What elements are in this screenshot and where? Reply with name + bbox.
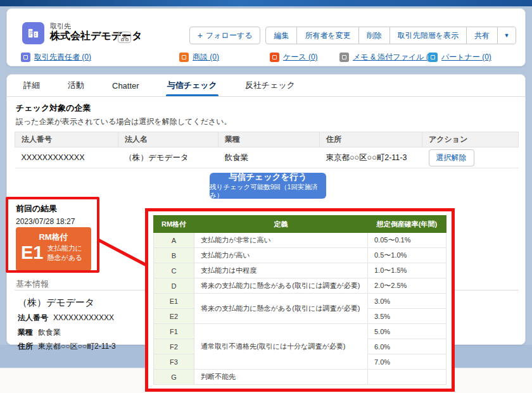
related-opportunities-link[interactable]: 商談 (0) (179, 52, 219, 63)
rating-row-g: G 判断不能先 (154, 370, 446, 385)
cell-corporate-name: （株）デモデータ (118, 147, 218, 168)
grade-f3: F3 (154, 354, 194, 370)
more-actions-button[interactable]: ▼ (497, 27, 516, 44)
grade-e2: E2 (154, 309, 194, 324)
table-row: XXXXXXXXXXXX （株）デモデータ 飲食業 東京都○○区○○町2-11-… (15, 147, 519, 168)
rm-rating-badge-title: RM格付 (21, 232, 86, 243)
corporate-number-value: XXXXXXXXXXXX (53, 313, 114, 322)
change-owner-button-label: 所有者を変更 (305, 30, 350, 41)
view-hierarchy-button[interactable]: 取引先階層を表示 (390, 27, 467, 44)
related-opportunities-label[interactable]: 商談 (0) (193, 52, 219, 63)
delete-button[interactable]: 削除 (358, 27, 390, 44)
cell-action: 選択解除 (422, 147, 519, 168)
rm-rating-badge: RM格付 E1 支払能力に懸念がある (16, 227, 91, 271)
account-hierarchy-icon[interactable] (118, 32, 131, 43)
deselect-button[interactable]: 選択解除 (429, 149, 474, 166)
previous-result-title: 前回の結果 (16, 203, 57, 215)
related-notes-label[interactable]: メモ & 添付ファイル (0) (353, 52, 435, 63)
grade-d: D (154, 278, 194, 294)
building-icon-glyph (27, 27, 39, 39)
theme-banner (0, 0, 532, 6)
tab-details[interactable]: 詳細 (23, 75, 40, 96)
rating-row-e1: E1 将来の支払能力に懸念がある(取引には調査が必要) 3.0% (154, 294, 446, 309)
related-partners-label[interactable]: パートナー (0) (441, 52, 491, 63)
def-c: 支払能力は中程度 (194, 263, 368, 278)
record-button-group: 編集 所有者を変更 削除 取引先階層を表示 共有 ▼ (265, 27, 516, 44)
address-value: 東京都○○区○○町2-11-3 (38, 342, 116, 351)
col-action: アクション (422, 132, 519, 147)
prob-g (368, 370, 446, 385)
rm-rating-grade-note: 支払能力に懸念がある (47, 244, 86, 262)
follow-button-label: フォローする (206, 30, 252, 41)
view-hierarchy-button-label: 取引先階層を表示 (398, 30, 459, 41)
grade-a: A (154, 233, 194, 248)
related-contacts-label[interactable]: 取引先責任者 (0) (34, 52, 91, 63)
prob-d: 2.0〜2.5% (368, 278, 446, 294)
grade-f1: F1 (154, 324, 194, 339)
basic-info-corporate-number: 法人番号XXXXXXXXXXXX (18, 313, 114, 323)
grade-e1: E1 (154, 294, 194, 309)
related-contacts-link[interactable]: 取引先責任者 (0) (21, 52, 91, 63)
follow-button[interactable]: + フォローする (189, 27, 261, 44)
record-header-card: 取引先 株式会社デモデータ + フォローする 編集 所有者を変更 削除 取引先階… (6, 8, 526, 66)
case-icon (270, 53, 279, 62)
rating-row-b: B 支払能力が高い 0.5〜1.0% (154, 248, 446, 263)
def-e: 将来の支払能力に懸念がある(取引には調査が必要) (194, 294, 368, 324)
record-tabs: 詳細 活動 Chatter 与信チェック 反社チェック (7, 75, 525, 97)
salesforce-account-page: 取引先 株式会社デモデータ + フォローする 編集 所有者を変更 削除 取引先階… (0, 0, 532, 393)
address-label: 住所 (18, 342, 33, 351)
previous-result-datetime: 2023/07/28 18:27 (16, 217, 75, 226)
tab-antisocial-check-label: 反社チェック (245, 80, 295, 91)
grade-g: G (154, 370, 194, 385)
def-f: 通常取引不適格先(取引には十分な調査が必要) (194, 324, 368, 370)
related-list-quick-links: 取引先責任者 (0) 商談 (0) ケース (0) メモ & 添付ファイル (0… (7, 52, 526, 67)
rating-header-row: RM格付 定義 想定倒産確率(年間) (154, 216, 446, 233)
related-notes-link[interactable]: メモ & 添付ファイル (0) (339, 52, 435, 63)
change-owner-button[interactable]: 所有者を変更 (296, 27, 358, 44)
rating-col-definition: 定義 (194, 216, 368, 233)
record-action-bar: + フォローする 編集 所有者を変更 削除 取引先階層を表示 共有 ▼ (189, 27, 516, 44)
basic-info-address: 住所東京都○○区○○町2-11-3 (18, 341, 116, 352)
rm-rating-table: RM格付 定義 想定倒産確率(年間) A 支払能力が非常に高い 0.05〜0.1… (153, 215, 446, 385)
prob-f1: 5.0% (368, 324, 446, 339)
tab-antisocial-check[interactable]: 反社チェック (245, 75, 295, 96)
opportunity-icon (179, 53, 189, 62)
def-g: 判断不能先 (194, 370, 368, 385)
tab-activity[interactable]: 活動 (68, 75, 84, 96)
industry-label: 業種 (18, 328, 33, 337)
col-corporate-name: 法人名 (118, 132, 218, 147)
col-industry: 業種 (218, 132, 320, 147)
contact-icon (21, 53, 30, 62)
tab-credit-check[interactable]: 与信チェック (167, 75, 217, 96)
remaining-checks-label: 残りチェック可能数9回（1回実施済み） (210, 183, 326, 200)
chevron-down-icon: ▼ (504, 32, 510, 39)
grade-b: B (154, 248, 194, 263)
edit-button[interactable]: 編集 (265, 27, 297, 44)
check-target-note: 誤った企業が表示されている場合は選択を解除してください。 (16, 116, 232, 127)
tab-credit-check-label: 与信チェック (167, 80, 217, 91)
tab-chatter[interactable]: Chatter (112, 75, 139, 96)
cell-address: 東京都○○区○○町2-11-3 (320, 147, 422, 168)
basic-info-section-title: 基本情報 (16, 278, 49, 290)
prob-a: 0.05〜0.1% (368, 233, 446, 248)
basic-info-company-name: （株）デモデータ (18, 297, 94, 309)
def-d: 将来の支払能力に懸念がある(取引には調査が必要) (194, 278, 368, 294)
rating-row-f1: F1 通常取引不適格先(取引には十分な調査が必要) 5.0% (154, 324, 446, 339)
rating-row-c: C 支払能力は中程度 1.0〜1.5% (154, 263, 446, 278)
rating-row-a: A 支払能力が非常に高い 0.05〜0.1% (154, 233, 446, 248)
related-cases-link[interactable]: ケース (0) (270, 52, 318, 63)
cell-corporate-number: XXXXXXXXXXXX (15, 147, 118, 168)
related-cases-label[interactable]: ケース (0) (283, 52, 318, 63)
share-button-label: 共有 (474, 30, 490, 41)
share-button[interactable]: 共有 (466, 27, 498, 44)
delete-button-label: 削除 (367, 30, 382, 41)
target-company-table: 法人番号 法人名 業種 住所 アクション XXXXXXXXXXXX （株）デモデ… (15, 132, 519, 168)
basic-info-industry: 業種飲食業 (18, 327, 61, 338)
deselect-button-label: 選択解除 (436, 153, 467, 162)
check-target-section-title: チェック対象の企業 (16, 103, 91, 114)
related-partners-link[interactable]: パートナー (0) (428, 52, 491, 63)
prob-f2: 6.0% (368, 339, 446, 354)
plus-icon: + (198, 31, 203, 40)
run-credit-check-button[interactable]: 与信チェックを行う 残りチェック可能数9回（1回実施済み） (210, 173, 326, 199)
rating-col-grade: RM格付 (154, 216, 194, 233)
